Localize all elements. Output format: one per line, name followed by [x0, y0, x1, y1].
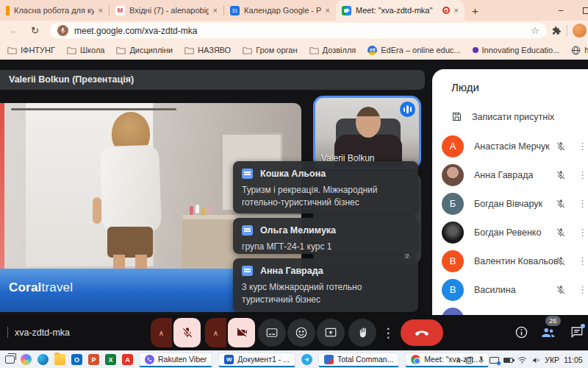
tab-meet-active[interactable]: Meet: "xva-zdtd-mka" × [336, 0, 465, 21]
file-explorer-icon[interactable] [54, 354, 65, 365]
close-tab-icon[interactable]: × [326, 6, 330, 15]
bookmark-folder[interactable]: Дозвілля [309, 46, 356, 54]
mic-options-chevron[interactable]: ∧ [151, 318, 172, 347]
excel-icon[interactable]: X [105, 354, 116, 365]
chat-message-icon [242, 169, 253, 179]
emoji-reactions-button[interactable] [287, 319, 315, 347]
word-icon: W [224, 355, 234, 364]
close-tab-icon[interactable]: × [98, 6, 103, 15]
end-call-button[interactable] [401, 319, 443, 346]
volume-muted-icon[interactable] [531, 356, 540, 364]
avatar [442, 308, 464, 316]
back-icon[interactable]: ← [9, 21, 18, 40]
people-panel-button[interactable] [540, 325, 556, 341]
mic-muted-button[interactable] [173, 318, 201, 347]
tab-title: Meet: "xva-zdtd-mka" [356, 6, 438, 15]
participant-row: А Анастасія Мерчук ⋮ [432, 132, 588, 160]
task-view-icon[interactable] [5, 355, 15, 364]
participant-name: Анастасія Мерчук [474, 141, 550, 152]
chat-panel-button[interactable] [570, 325, 584, 339]
mic-off-icon[interactable] [556, 285, 566, 295]
tab-recording-icon [442, 7, 450, 14]
chat-message-icon [242, 225, 253, 236]
tray-mic-icon[interactable] [478, 356, 485, 364]
battery-icon[interactable] [503, 358, 513, 363]
restore-button[interactable] [575, 0, 588, 21]
camera-off-button[interactable] [228, 318, 255, 347]
toast-message: група МГТ-24-1 курс 1 [242, 241, 409, 253]
meeting-info-button[interactable] [514, 325, 528, 339]
copilot-icon[interactable] [21, 354, 32, 365]
address-bar[interactable]: meet.google.com/xva-zdtd-mka ☆ [50, 23, 547, 38]
language-indicator[interactable]: УКР [545, 355, 559, 364]
bookmark-label: Дозвілля [323, 46, 356, 54]
app-label: Rakuten Viber [158, 355, 207, 364]
bookmark-folder[interactable]: НАЗЯВО [184, 46, 231, 54]
avatar: Б [442, 193, 464, 215]
extensions-puzzle-icon[interactable] [551, 21, 562, 40]
bookmark-folder[interactable]: ІФНТУНГ [7, 46, 55, 54]
chat-toast: Анна Гаврада 3 курс Міжнародний готельно… [233, 258, 418, 312]
mic-off-icon[interactable] [556, 256, 566, 266]
profile-avatar[interactable] [573, 24, 587, 38]
participant-name: Валентин Ковальов [474, 256, 559, 266]
participant-name: Богдан Ревенко [474, 227, 541, 238]
people-panel-title: Люди [451, 81, 588, 93]
tray-chevron-icon[interactable]: ∧ [456, 356, 461, 364]
bookmark-label: Дисципліни [129, 46, 173, 54]
present-screen-button[interactable] [317, 319, 345, 347]
mic-off-icon[interactable] [556, 170, 566, 180]
participant-menu-icon[interactable]: ⋮ [578, 198, 587, 209]
bookmark-folder[interactable]: Дисципліни [116, 46, 173, 54]
mic-off-icon[interactable] [556, 227, 566, 238]
taskbar-app-word[interactable]: W Документ1 - ... [218, 353, 295, 367]
audio-activity-icon [400, 102, 415, 117]
bookmark-innovating[interactable]: Innovating Educatio... [473, 46, 560, 54]
close-tab-icon[interactable]: × [454, 6, 459, 15]
participant-row: Анна Гаврада ⋮ [432, 160, 588, 189]
telegram-icon[interactable] [301, 354, 312, 365]
bookmark-edera[interactable]: edEdEra – online educ... [368, 46, 460, 55]
new-tab-button[interactable]: + [472, 4, 478, 17]
raise-hand-button[interactable] [348, 319, 376, 347]
bookmarks-bar: ІФНТУНГ Школа Дисципліни НАЗЯВО Гром орг… [0, 40, 588, 60]
participant-row: Богдан Ревенко ⋮ [432, 218, 588, 247]
tab-classroom[interactable]: Класна робота для курсу "Тео × [0, 0, 109, 21]
participant-menu-icon[interactable]: ⋮ [578, 284, 587, 295]
record-attendance-button[interactable]: Записати присутніх [451, 111, 588, 122]
windows-taskbar: O P X A Rakuten Viber W Документ1 - ... … [0, 350, 588, 368]
bookmark-folder[interactable]: Гром орган [243, 46, 297, 54]
minimize-button[interactable]: – [550, 0, 572, 21]
tray-screenshare-icon[interactable] [490, 357, 499, 364]
bookmark-folder[interactable]: Школа [67, 46, 104, 54]
powerpoint-icon[interactable]: P [88, 354, 99, 365]
outlook-icon[interactable]: O [71, 354, 82, 365]
wifi-icon[interactable] [517, 356, 527, 364]
participants-count-badge: 26 [545, 316, 561, 326]
taskbar-app-totalcommander[interactable]: Total Comman... [318, 353, 399, 367]
acrobat-icon[interactable]: A [122, 354, 133, 365]
bookmark-star-icon[interactable]: ☆ [531, 25, 539, 36]
participant-menu-icon[interactable]: ⋮ [578, 169, 587, 180]
app-label: Total Comman... [337, 355, 393, 364]
edge-icon[interactable] [37, 354, 49, 365]
close-tab-icon[interactable]: × [213, 6, 218, 15]
tab-gmail[interactable]: M Вхідні (7) - alenapobigun@gma × [110, 0, 223, 21]
mic-off-icon[interactable] [556, 141, 566, 152]
tray-app-icon[interactable] [465, 356, 473, 364]
participant-menu-icon[interactable]: ⋮ [578, 227, 587, 238]
bookmark-osvita[interactable]: https://osvita.diia.g... [571, 46, 588, 55]
taskbar-app-viber[interactable]: Rakuten Viber [139, 353, 212, 367]
more-options-button[interactable]: ⋮ [380, 319, 396, 347]
clock[interactable]: 11:05 [564, 355, 583, 364]
participant-menu-icon[interactable]: ⋮ [578, 255, 587, 266]
mic-off-icon[interactable] [556, 199, 566, 209]
camera-options-chevron[interactable]: ∧ [205, 318, 226, 347]
captions-button[interactable] [258, 319, 286, 347]
participant-menu-icon[interactable]: ⋮ [578, 141, 587, 152]
reload-icon[interactable]: ↻ [31, 21, 39, 40]
video-tile-speaker[interactable]: Valerii Bolkun [313, 96, 421, 169]
tab-calendar[interactable]: 31 Календар Google - Розклад по × [224, 0, 336, 21]
site-mic-permission-icon[interactable] [57, 25, 68, 36]
toolbar-divider [567, 25, 567, 36]
